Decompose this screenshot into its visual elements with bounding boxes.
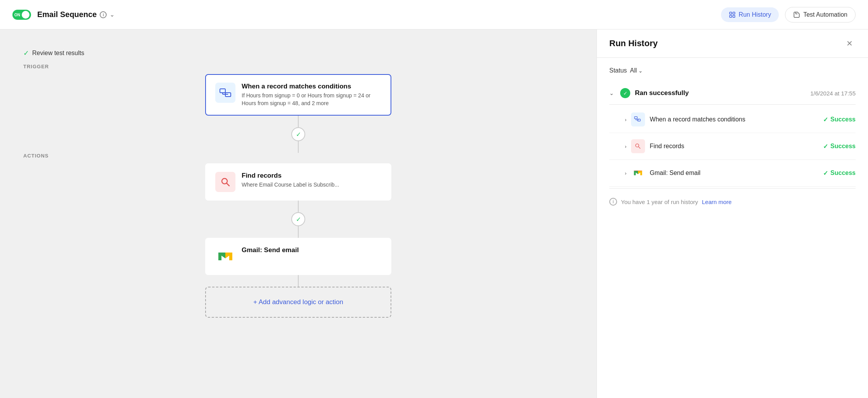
- step-entry-3: › Gmail: Send email ✓: [609, 160, 856, 187]
- status-label: Status: [609, 67, 627, 74]
- app-title: Email Sequence i ⌄: [37, 10, 114, 19]
- step-2-icon: [631, 139, 645, 153]
- step-1-icon: [631, 112, 645, 126]
- info-circle-icon: i: [609, 198, 617, 206]
- circle-check-2: ✓: [291, 212, 305, 226]
- find-records-svg: [219, 176, 232, 188]
- test-automation-button[interactable]: Test Automation: [785, 7, 856, 22]
- test-automation-label: Test Automation: [803, 11, 847, 18]
- svg-rect-12: [635, 117, 637, 119]
- connector-2: ✓: [291, 201, 305, 238]
- gmail-send-card[interactable]: Gmail: Send email: [205, 238, 391, 275]
- step-1-trigger-icon: [634, 115, 642, 124]
- status-value: All: [630, 67, 637, 74]
- step-3-gmail-icon: [633, 168, 643, 178]
- left-panel: ✓ Review test results TRIGGER Wh: [0, 29, 597, 398]
- run-status-text: Ran successfully: [635, 89, 806, 97]
- test-automation-icon: [793, 11, 800, 18]
- chevron-down-icon[interactable]: ⌄: [110, 12, 114, 18]
- step-3-name: Gmail: Send email: [650, 170, 818, 177]
- run-header[interactable]: ⌄ ✓ Ran successfully 1/6/2024 at 17:55: [609, 83, 856, 103]
- connector-1: ✓: [291, 116, 305, 153]
- on-off-toggle[interactable]: ON: [12, 10, 31, 20]
- status-chevron-icon: ⌄: [638, 68, 643, 74]
- svg-line-10: [227, 183, 229, 186]
- step-3-result-text: Success: [830, 170, 856, 177]
- svg-rect-2: [730, 15, 731, 17]
- run-success-dot: ✓: [620, 88, 630, 98]
- step-1-result-text: Success: [830, 116, 856, 123]
- run-divider-bottom: [609, 188, 856, 189]
- trigger-card-title: When a record matches conditions: [242, 83, 381, 90]
- review-step: ✓ Review test results: [23, 49, 84, 57]
- step-1-name: When a record matches conditions: [650, 116, 818, 123]
- line-1: [298, 116, 299, 127]
- right-panel-title: Run History: [609, 38, 658, 48]
- svg-point-16: [636, 144, 639, 147]
- trigger-card-icon: [215, 83, 235, 103]
- run-history-button[interactable]: Run History: [721, 7, 779, 22]
- run-chevron-icon: ⌄: [609, 90, 616, 96]
- run-history-label: Run History: [739, 11, 771, 18]
- toggle-label: ON: [14, 12, 20, 17]
- trigger-card[interactable]: When a record matches conditions If Hour…: [205, 74, 391, 116]
- status-filter: Status All ⌄: [609, 67, 856, 74]
- trigger-card-description: If Hours from signup = 0 or Hours from s…: [242, 92, 381, 107]
- line-3: [298, 201, 299, 212]
- add-action-card[interactable]: + Add advanced logic or action: [205, 287, 391, 318]
- info-text: You have 1 year of run history: [621, 199, 698, 205]
- find-records-description: Where Email Course Label is Subscrib...: [242, 181, 381, 189]
- main-content: ✓ Review test results TRIGGER Wh: [0, 29, 868, 398]
- step-2-name: Find records: [650, 143, 818, 150]
- status-dropdown[interactable]: All ⌄: [630, 67, 643, 74]
- gmail-icon: [215, 246, 235, 266]
- trigger-icon-svg: [218, 86, 232, 100]
- right-panel: Run History ✕ Status All ⌄ ⌄ ✓ Ran succe…: [597, 29, 868, 398]
- workflow-container: ✓ Review test results TRIGGER Wh: [0, 45, 597, 318]
- step-entry-2: › Find records ✓ Success: [609, 133, 856, 160]
- gmail-svg: [216, 247, 235, 266]
- svg-rect-3: [733, 15, 735, 17]
- info-row: i You have 1 year of run history Learn m…: [609, 190, 856, 213]
- learn-more-link[interactable]: Learn more: [702, 199, 732, 205]
- run-timestamp: 1/6/2024 at 17:55: [810, 90, 856, 97]
- run-entry: ⌄ ✓ Ran successfully 1/6/2024 at 17:55 ›: [609, 83, 856, 189]
- find-records-title: Find records: [242, 172, 381, 180]
- actions-section-label: ACTIONS: [23, 153, 209, 159]
- step-2-result: ✓ Success: [823, 143, 856, 150]
- step-1-result: ✓ Success: [823, 116, 856, 123]
- toggle-container: ON: [12, 10, 31, 20]
- svg-line-17: [639, 147, 640, 148]
- trigger-card-content: When a record matches conditions If Hour…: [242, 83, 381, 107]
- app-title-text: Email Sequence: [37, 10, 97, 19]
- step-2-result-text: Success: [830, 143, 856, 150]
- right-panel-header: Run History ✕: [597, 29, 868, 58]
- find-records-icon: [215, 172, 235, 192]
- find-records-card[interactable]: Find records Where Email Course Label is…: [205, 163, 391, 201]
- right-panel-body: Status All ⌄ ⌄ ✓ Ran successfully 1/6/20…: [597, 58, 868, 398]
- step-chevron-1[interactable]: ›: [625, 117, 626, 123]
- run-history-icon: [729, 11, 736, 18]
- svg-rect-4: [220, 89, 225, 93]
- line-4: [298, 226, 299, 238]
- info-icon[interactable]: i: [100, 11, 107, 18]
- run-divider: [609, 104, 856, 105]
- step-2-find-icon: [634, 142, 642, 151]
- gmail-card-title: Gmail: Send email: [242, 246, 381, 254]
- circle-check-1: ✓: [291, 127, 305, 141]
- trigger-section-label: TRIGGER: [23, 64, 209, 69]
- svg-rect-0: [730, 12, 731, 14]
- step-chevron-2[interactable]: ›: [625, 144, 626, 149]
- svg-rect-1: [733, 12, 735, 14]
- close-button[interactable]: ✕: [843, 37, 856, 50]
- line-2: [298, 141, 299, 153]
- review-check-icon: ✓: [23, 49, 29, 57]
- step-3-result: ✓ Success: [823, 170, 856, 177]
- find-records-content: Find records Where Email Course Label is…: [242, 172, 381, 189]
- step-chevron-3[interactable]: ›: [625, 170, 626, 176]
- step-3-icon: [631, 166, 645, 180]
- review-step-label: Review test results: [32, 50, 84, 57]
- line-5: [298, 275, 299, 287]
- header: ON Email Sequence i ⌄ Run History Test A…: [0, 0, 868, 29]
- step-entry-1: › When a record matches conditions ✓ Suc…: [609, 106, 856, 133]
